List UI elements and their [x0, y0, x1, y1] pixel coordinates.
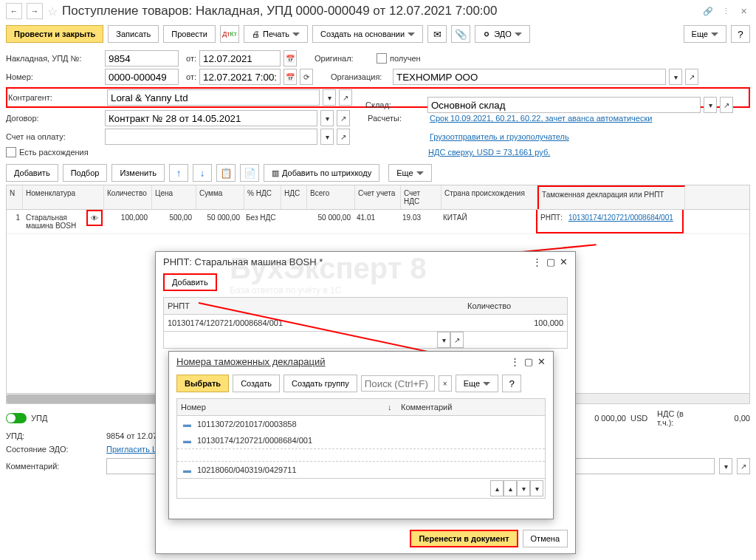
- td-modal: Номера таможенных деклараций ⋮ ▢ ✕ Выбра…: [168, 351, 554, 519]
- list-item[interactable]: ▬10130174/120721/0008684/001: [177, 432, 545, 448]
- number-input[interactable]: [105, 69, 179, 85]
- discrepancy-checkbox[interactable]: [6, 147, 16, 157]
- nav-last-icon[interactable]: ▾: [530, 480, 543, 496]
- org-input[interactable]: [393, 69, 666, 85]
- post-close-button[interactable]: Провести и закрыть: [6, 25, 103, 43]
- forward-button[interactable]: →: [27, 3, 43, 19]
- invoice-no-input[interactable]: [105, 50, 179, 66]
- rnpt-cancel-button[interactable]: Отмена: [523, 530, 568, 547]
- date2-input[interactable]: [199, 69, 281, 85]
- vat-link[interactable]: НДС сверху, USD = 73,1661 руб.: [428, 148, 550, 157]
- grid-more-button[interactable]: Еще: [388, 164, 431, 182]
- print-button[interactable]: 🖨 Печать: [244, 25, 308, 43]
- td-select-button[interactable]: Выбрать: [176, 375, 229, 392]
- upd-toggle[interactable]: [6, 413, 27, 423]
- attach-icon[interactable]: 📎: [451, 25, 470, 43]
- td-search-clear-icon[interactable]: ×: [439, 375, 452, 392]
- grid-edit-button[interactable]: Изменить: [111, 164, 165, 182]
- calendar-icon[interactable]: 📅: [284, 50, 297, 66]
- more-icon[interactable]: ⋮: [719, 7, 732, 16]
- nav-first-icon[interactable]: ▴: [490, 480, 504, 496]
- grid-add-button[interactable]: Добавить: [6, 164, 58, 182]
- date1-input[interactable]: [199, 50, 281, 66]
- org-dropdown-icon[interactable]: ▾: [669, 69, 682, 85]
- td-close-icon[interactable]: ✕: [537, 356, 546, 367]
- td-more-button[interactable]: Еще: [456, 375, 498, 392]
- warehouse-open-icon[interactable]: ↗: [720, 97, 733, 113]
- table-row[interactable]: 1 Старальная машина BOSH 👁 100,000 500,0…: [7, 210, 749, 234]
- received-checkbox[interactable]: [377, 53, 387, 64]
- clock-icon[interactable]: ⟳: [300, 69, 313, 85]
- link-icon[interactable]: 🔗: [701, 7, 715, 16]
- calendar2-icon[interactable]: 📅: [284, 69, 297, 85]
- warehouse-dropdown-icon[interactable]: ▾: [704, 97, 717, 113]
- envelope-icon[interactable]: ✉: [427, 25, 447, 43]
- comment-dropdown-icon[interactable]: ▾: [719, 458, 732, 474]
- list-item[interactable]: ▬10218060/040319/0429711: [177, 462, 545, 478]
- warehouse-input[interactable]: [427, 97, 701, 113]
- account-dropdown-icon[interactable]: ▾: [320, 129, 334, 145]
- barcode-button[interactable]: ▥ Добавить по штрихкоду: [264, 164, 379, 182]
- comment-open-icon[interactable]: ↗: [737, 458, 750, 474]
- favorite-icon[interactable]: ☆: [47, 4, 58, 18]
- create-based-button[interactable]: Создать на основании: [312, 25, 423, 43]
- edo-button[interactable]: ⭘ ЭДО: [475, 25, 530, 43]
- rnpt-value-cell[interactable]: 10130174/120721/0008684/001: [164, 315, 464, 331]
- eye-icon[interactable]: 👁: [86, 210, 103, 226]
- shipper-link[interactable]: Грузоотправитель и грузополучатель: [430, 132, 569, 141]
- rnpt-max-icon[interactable]: ▢: [546, 256, 555, 267]
- up-arrow-icon[interactable]: ↑: [169, 164, 188, 182]
- save-button[interactable]: Записать: [108, 25, 159, 43]
- rnpt-more-icon[interactable]: ⋮: [532, 256, 542, 267]
- window-title: Поступление товаров: Накладная, УПД 0000…: [62, 4, 697, 18]
- rnpt-row-dropdown-icon[interactable]: ▾: [437, 332, 450, 348]
- account-open-icon[interactable]: ↗: [337, 129, 350, 145]
- dk-icon[interactable]: ДтКт: [220, 25, 239, 43]
- transfer-button[interactable]: Перенести в документ: [410, 530, 518, 547]
- invoice-label: Накладная, УПД №:: [6, 54, 102, 63]
- td-search-input[interactable]: [361, 375, 435, 392]
- td-create-group-button[interactable]: Создать группу: [284, 375, 357, 392]
- td-more-icon[interactable]: ⋮: [510, 356, 520, 367]
- rnpt-add-button[interactable]: Добавить: [163, 273, 217, 291]
- list-item[interactable]: ▬10113072/201017/0003858: [177, 416, 545, 432]
- contract-open-icon[interactable]: ↗: [337, 110, 350, 126]
- paste-icon[interactable]: 📄: [240, 164, 259, 182]
- rnpt-link[interactable]: 10130174/120721/0008684/001: [568, 214, 673, 228]
- back-button[interactable]: ←: [6, 3, 22, 19]
- td-create-button[interactable]: Создать: [233, 375, 280, 392]
- org-open-icon[interactable]: ↗: [685, 69, 698, 85]
- more-button[interactable]: Еще: [684, 25, 726, 43]
- calc-link[interactable]: Срок 10.09.2021, 60.21, 60.22, зачет ава…: [430, 114, 652, 123]
- help-button[interactable]: ?: [731, 25, 750, 43]
- contract-input[interactable]: [105, 110, 317, 126]
- nav-up-icon[interactable]: ▴: [504, 480, 517, 496]
- account-input[interactable]: [105, 129, 317, 145]
- close-icon[interactable]: ✕: [737, 7, 750, 16]
- rnpt-modal-title: РНПТ: Старальная машина BOSH *: [163, 256, 323, 267]
- counterparty-dropdown-icon[interactable]: ▾: [323, 89, 336, 106]
- post-button[interactable]: Провести: [163, 25, 216, 43]
- td-help-button[interactable]: ?: [502, 375, 521, 392]
- counterparty-input[interactable]: [107, 89, 320, 106]
- counterparty-open-icon[interactable]: ↗: [339, 89, 352, 106]
- td-modal-title: Номера таможенных деклараций: [176, 356, 326, 367]
- down-arrow-icon[interactable]: ↓: [193, 164, 212, 182]
- contract-dropdown-icon[interactable]: ▾: [320, 110, 334, 126]
- rnpt-close-icon[interactable]: ✕: [560, 256, 568, 267]
- grid-select-button[interactable]: Подбор: [63, 164, 108, 182]
- customs-header: Таможенная декларация или РНПТ: [537, 185, 685, 209]
- copy-icon[interactable]: 📋: [216, 164, 236, 182]
- nav-down-icon[interactable]: ▾: [517, 480, 530, 496]
- rnpt-row-open-icon[interactable]: ↗: [450, 332, 464, 348]
- td-max-icon[interactable]: ▢: [524, 356, 533, 367]
